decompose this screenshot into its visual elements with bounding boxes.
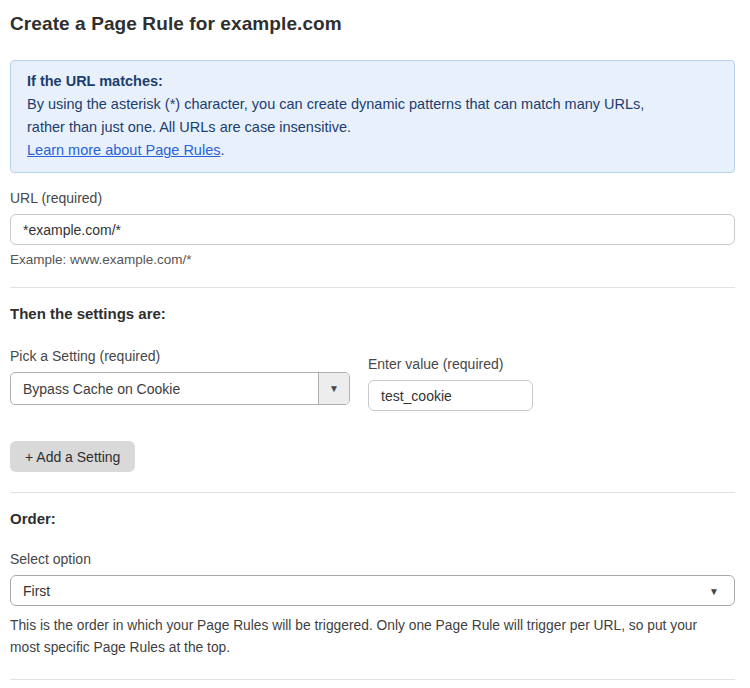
url-match-info-box: If the URL matches: By using the asteris… [10, 60, 735, 173]
link-suffix: . [220, 142, 224, 158]
learn-more-link[interactable]: Learn more about Page Rules [27, 142, 220, 158]
url-label: URL (required) [10, 190, 735, 206]
order-description: This is the order in which your Page Rul… [10, 615, 735, 659]
settings-row: Pick a Setting (required) Bypass Cache o… [10, 348, 735, 411]
settings-heading: Then the settings are: [10, 305, 735, 322]
info-box-line-2: rather than just one. All URLs are case … [27, 116, 718, 139]
order-heading: Order: [10, 510, 735, 527]
divider [10, 287, 735, 288]
setting-column: Pick a Setting (required) Bypass Cache o… [10, 348, 350, 411]
setting-value-input[interactable] [368, 380, 533, 411]
select-option-label: Select option [10, 551, 735, 567]
divider [10, 492, 735, 493]
info-box-line-1: By using the asterisk (*) character, you… [27, 93, 718, 116]
caret-down-icon: ▼ [329, 383, 339, 394]
order-description-line-2: most specific Page Rules at the top. [10, 637, 735, 659]
enter-value-label: Enter value (required) [368, 356, 533, 372]
info-box-link-line: Learn more about Page Rules. [27, 139, 718, 162]
divider [10, 679, 735, 680]
order-select-value: First [23, 583, 50, 599]
pick-setting-label: Pick a Setting (required) [10, 348, 350, 364]
setting-select-value: Bypass Cache on Cookie [11, 373, 318, 404]
page-title: Create a Page Rule for example.com [10, 13, 735, 35]
setting-select[interactable]: Bypass Cache on Cookie ▼ [10, 372, 350, 405]
add-setting-button[interactable]: + Add a Setting [10, 441, 135, 472]
url-example-hint: Example: www.example.com/* [10, 252, 735, 267]
page-rule-form: Create a Page Rule for example.com If th… [0, 0, 750, 688]
value-column: Enter value (required) [368, 356, 533, 411]
url-input[interactable] [10, 214, 735, 245]
setting-select-arrow-button[interactable]: ▼ [318, 373, 349, 404]
info-box-heading: If the URL matches: [27, 70, 718, 93]
order-description-line-1: This is the order in which your Page Rul… [10, 615, 735, 637]
caret-down-icon: ▼ [709, 585, 719, 596]
order-select[interactable]: First ▼ [10, 575, 735, 606]
